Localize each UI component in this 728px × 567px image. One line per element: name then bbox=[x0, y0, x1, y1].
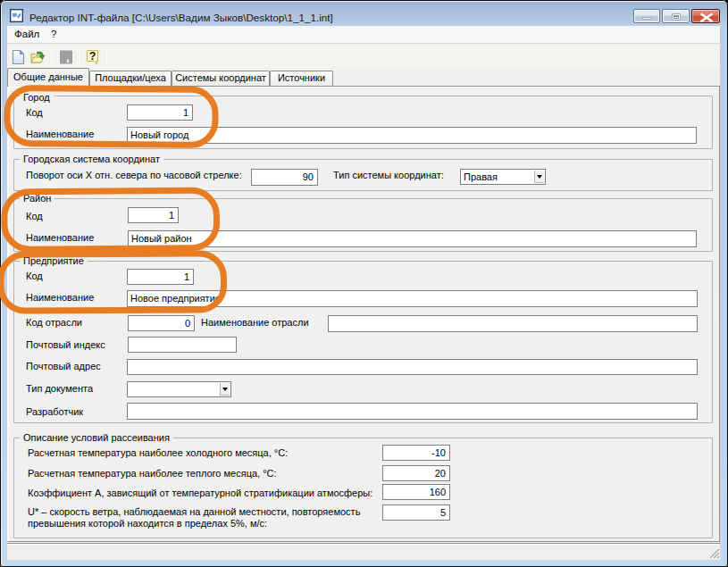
svg-text:?: ? bbox=[89, 50, 96, 63]
